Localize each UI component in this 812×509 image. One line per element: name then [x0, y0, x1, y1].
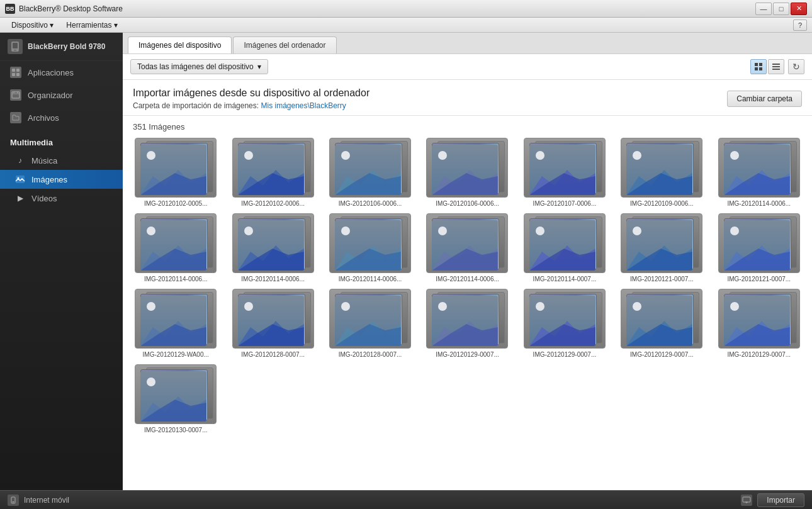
image-thumb[interactable]: IMG-20120128-0007...: [227, 289, 318, 358]
svg-rect-5: [12, 73, 15, 76]
grid-view-button[interactable]: [750, 59, 767, 74]
organizer-icon: [10, 89, 21, 101]
main-layout: BlackBerry Bold 9780 Aplicaciones: [0, 33, 812, 490]
image-label: IMG-20120128-0007...: [241, 351, 305, 358]
image-label: IMG-20120114-0006...: [339, 276, 402, 282]
svg-rect-19: [772, 69, 780, 70]
images-filter-dropdown[interactable]: Todas las imágenes del dispositivo ▾: [130, 59, 268, 74]
image-thumb[interactable]: IMG-20120114-0006...: [227, 213, 318, 282]
image-label: IMG-20120121-0007...: [630, 276, 694, 282]
sidebar-item-musica[interactable]: ♪ Música: [0, 151, 123, 170]
import-path-link[interactable]: Mis imágenes\BlackBerry: [261, 101, 346, 110]
monitor-icon: [741, 495, 752, 506]
image-thumb[interactable]: IMG-20120106-0006...: [325, 138, 415, 207]
svg-rect-6: [16, 73, 20, 76]
view-controls: ↻: [750, 59, 804, 74]
image-thumb[interactable]: IMG-20120102-0005...: [130, 138, 221, 207]
mobile-internet-icon: [8, 495, 19, 506]
image-thumb[interactable]: IMG-20120129-0007...: [616, 289, 707, 358]
image-thumb[interactable]: IMG-20120114-0006...: [130, 213, 221, 282]
images-grid: IMG-20120102-0005... IMG-20120102-0006..…: [130, 138, 804, 433]
image-label: IMG-20120130-0007...: [144, 427, 208, 433]
svg-rect-14: [759, 63, 762, 66]
change-folder-button[interactable]: Cambiar carpeta: [727, 91, 802, 107]
image-thumb[interactable]: IMG-20120121-0007...: [714, 213, 804, 282]
menu-bar: Dispositivo ▾ Herramientas ▾ ?: [0, 18, 812, 33]
image-label: IMG-20120114-0006...: [436, 276, 499, 282]
image-label: IMG-20120114-0006...: [241, 276, 305, 282]
image-thumb[interactable]: IMG-20120106-0006...: [422, 138, 512, 207]
help-button[interactable]: ?: [793, 20, 807, 31]
content-area: Imágenes del dispositivo Imágenes del or…: [123, 33, 812, 490]
svg-rect-66: [743, 497, 750, 502]
import-header: Importar imágenes desde su dispositivo a…: [123, 80, 812, 116]
tabs-bar: Imágenes del dispositivo Imágenes del or…: [123, 33, 812, 54]
image-thumb[interactable]: IMG-20120130-0007...: [130, 364, 221, 433]
image-label: IMG-20120129-0007...: [727, 351, 791, 358]
status-right: Importar: [741, 493, 804, 507]
svg-rect-18: [772, 66, 780, 67]
content-toolbar: Todas las imágenes del dispositivo ▾: [123, 54, 812, 80]
sidebar-item-imagenes[interactable]: Imágenes: [0, 170, 123, 189]
image-label: IMG-20120129-WA00...: [143, 351, 209, 358]
image-thumb[interactable]: IMG-20120129-WA00...: [130, 289, 221, 358]
import-button[interactable]: Importar: [757, 493, 804, 507]
image-thumb[interactable]: IMG-20120109-0006...: [616, 138, 707, 207]
image-thumb[interactable]: IMG-20120121-0007...: [616, 213, 707, 282]
sidebar-item-archivos[interactable]: Archivos: [0, 106, 123, 129]
app-title: BlackBerry® Desktop Software: [19, 4, 755, 13]
device-item[interactable]: BlackBerry Bold 9780: [0, 33, 123, 61]
tab-device-images[interactable]: Imágenes del dispositivo: [128, 36, 232, 53]
refresh-button[interactable]: ↻: [788, 59, 804, 74]
sidebar-item-aplicaciones[interactable]: Aplicaciones: [0, 61, 123, 84]
image-thumb[interactable]: IMG-20120114-0006...: [714, 138, 804, 207]
svg-rect-7: [12, 92, 20, 98]
images-count: 351 Imágenes: [130, 122, 804, 131]
menu-dispositivo[interactable]: Dispositivo ▾: [5, 20, 60, 31]
multimedia-label: Multimedia: [0, 129, 123, 151]
image-thumb[interactable]: IMG-20120102-0006...: [227, 138, 318, 207]
apps-icon: [10, 67, 21, 78]
device-icon: [8, 39, 23, 54]
close-button[interactable]: ✕: [791, 3, 807, 15]
videos-label: Vídeos: [31, 194, 57, 203]
image-label: IMG-20120106-0006...: [339, 200, 402, 207]
image-thumb[interactable]: IMG-20120129-0007...: [422, 289, 512, 358]
image-thumb[interactable]: IMG-20120128-0007...: [325, 289, 415, 358]
status-left: Internet móvil: [8, 495, 69, 506]
images-icon: [15, 174, 25, 184]
list-view-button[interactable]: [768, 59, 784, 74]
sidebar-item-organizador[interactable]: Organizador: [0, 84, 123, 106]
tab-computer-images[interactable]: Imágenes del ordenador: [233, 36, 336, 53]
maximize-button[interactable]: □: [773, 3, 789, 15]
menu-herramientas[interactable]: Herramientas ▾: [60, 20, 123, 31]
organizador-label: Organizador: [28, 91, 73, 100]
title-bar: BB BlackBerry® Desktop Software — □ ✕: [0, 0, 812, 18]
sidebar-item-videos[interactable]: ▶ Vídeos: [0, 189, 123, 208]
image-label: IMG-20120102-0006...: [241, 200, 305, 207]
archivos-label: Archivos: [28, 113, 59, 123]
image-thumb[interactable]: IMG-20120114-0007...: [519, 213, 610, 282]
image-thumb[interactable]: IMG-20120129-0007...: [714, 289, 804, 358]
dropdown-arrow-icon: ▾: [257, 62, 261, 71]
image-label: IMG-20120107-0006...: [533, 200, 597, 207]
svg-rect-1: [13, 43, 18, 48]
musica-label: Música: [31, 156, 57, 165]
sidebar: BlackBerry Bold 9780 Aplicaciones: [0, 33, 123, 490]
image-label: IMG-20120109-0006...: [630, 200, 694, 207]
image-label: IMG-20120114-0007...: [533, 276, 597, 282]
image-thumb[interactable]: IMG-20120114-0006...: [325, 213, 415, 282]
minimize-button[interactable]: —: [755, 3, 772, 15]
svg-rect-2: [14, 50, 16, 51]
svg-rect-3: [12, 69, 15, 72]
image-label: IMG-20120129-0007...: [436, 351, 499, 358]
image-label: IMG-20120114-0006...: [727, 200, 791, 207]
window-controls: — □ ✕: [755, 3, 807, 15]
svg-rect-4: [16, 69, 20, 72]
image-thumb[interactable]: IMG-20120114-0006...: [422, 213, 512, 282]
image-thumb[interactable]: IMG-20120107-0006...: [519, 138, 610, 207]
image-thumb[interactable]: IMG-20120129-0007...: [519, 289, 610, 358]
image-label: IMG-20120102-0005...: [144, 200, 208, 207]
images-area[interactable]: 351 Imágenes IMG-20120102-0005...: [123, 116, 812, 490]
svg-rect-13: [755, 63, 758, 66]
